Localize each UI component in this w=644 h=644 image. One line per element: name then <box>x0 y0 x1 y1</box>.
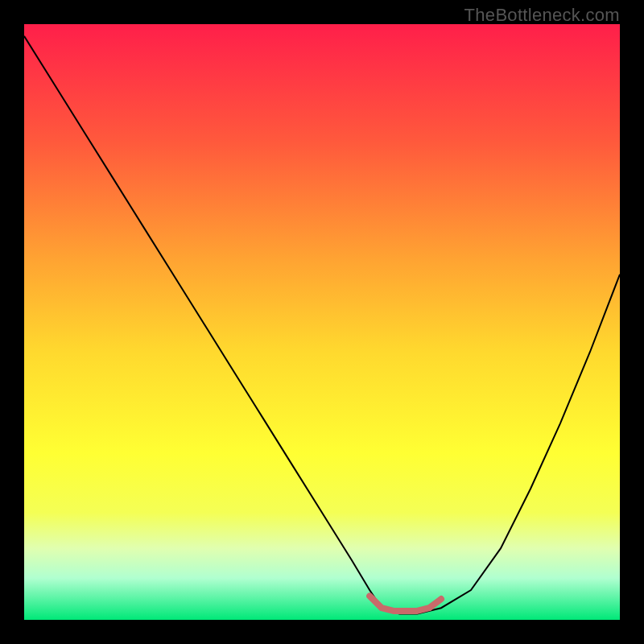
plot-area <box>24 24 620 620</box>
chart-container: TheBottleneck.com <box>0 0 644 644</box>
chart-svg <box>24 24 620 620</box>
watermark-text: TheBottleneck.com <box>464 5 620 26</box>
gradient-background <box>24 24 620 620</box>
